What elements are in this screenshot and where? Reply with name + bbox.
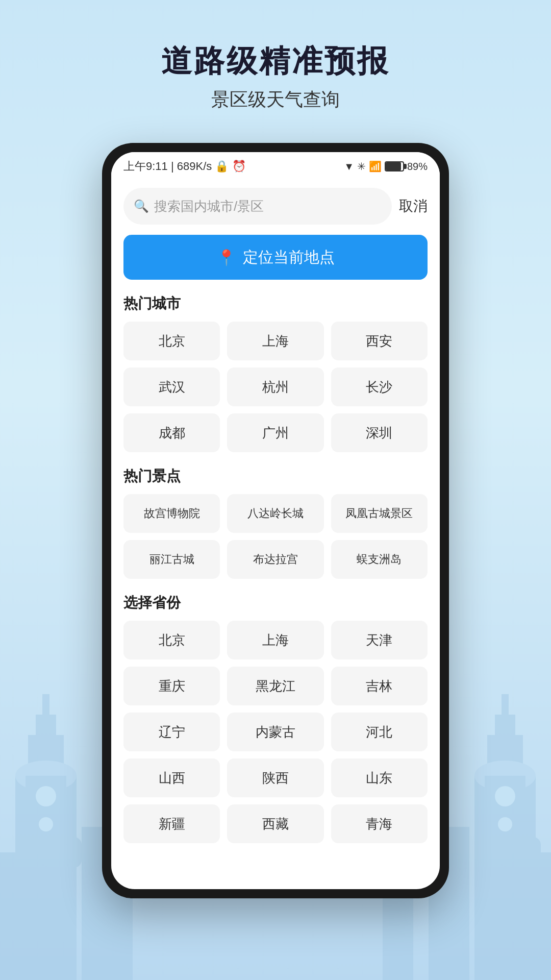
battery-icon (385, 161, 404, 172)
attr-item-gugong[interactable]: 故宫博物院 (123, 494, 220, 533)
prov-item-7[interactable]: 内蒙古 (227, 713, 323, 751)
phone-mockup: 上午9:11 | 689K/s 🔒 ⏰ ▼ ✳ 📶 89% 🔍 搜索国内城市/景… (102, 143, 449, 898)
prov-item-11[interactable]: 山东 (331, 758, 428, 797)
status-bar: 上午9:11 | 689K/s 🔒 ⏰ ▼ ✳ 📶 89% (111, 152, 440, 181)
city-item-xian[interactable]: 西安 (331, 322, 428, 360)
status-icons: ▼ ✳ 📶 89% (344, 160, 428, 173)
page-title: 道路级精准预报 (0, 41, 551, 82)
svg-rect-17 (495, 715, 515, 745)
provinces-grid: 北京 上海 天津 重庆 黑龙江 吉林 辽宁 内蒙古 河北 山西 陕西 山东 新疆… (123, 621, 428, 843)
city-item-hangzhou[interactable]: 杭州 (227, 368, 323, 406)
svg-rect-26 (510, 852, 551, 980)
svg-rect-16 (487, 735, 523, 776)
prov-item-1[interactable]: 上海 (227, 621, 323, 659)
prov-item-8[interactable]: 河北 (331, 713, 428, 751)
provinces-title: 选择省份 (123, 593, 428, 612)
city-item-guangzhou[interactable]: 广州 (227, 413, 323, 452)
prov-item-4[interactable]: 黑龙江 (227, 667, 323, 705)
prov-item-0[interactable]: 北京 (123, 621, 220, 659)
hot-cities-grid: 北京 上海 西安 武汉 杭州 长沙 成都 广州 深圳 (123, 322, 428, 452)
svg-point-22 (498, 817, 512, 831)
cancel-button[interactable]: 取消 (399, 197, 428, 216)
hot-attractions-title: 热门景点 (123, 467, 428, 486)
city-item-changsha[interactable]: 长沙 (331, 368, 428, 406)
svg-rect-11 (0, 852, 41, 980)
attr-item-fenghuang[interactable]: 凤凰古城景区 (331, 494, 428, 533)
svg-rect-2 (36, 715, 56, 745)
bluetooth-icon: ✳ (357, 160, 366, 173)
prov-item-10[interactable]: 陕西 (227, 758, 323, 797)
header-section: 道路级精准预报 景区级天气查询 (0, 0, 551, 133)
location-pin-icon: 📍 (217, 249, 236, 266)
svg-rect-9 (41, 837, 56, 868)
svg-rect-8 (15, 837, 31, 868)
attr-item-potala[interactable]: 布达拉宫 (227, 540, 323, 579)
search-box[interactable]: 🔍 搜索国内城市/景区 (123, 188, 392, 225)
city-item-shanghai[interactable]: 上海 (227, 322, 323, 360)
svg-rect-18 (502, 694, 509, 725)
svg-point-6 (36, 786, 56, 806)
hot-cities-title: 热门城市 (123, 294, 428, 313)
attr-item-wuzhizhou[interactable]: 蜈支洲岛 (331, 540, 428, 579)
city-item-wuhan[interactable]: 武汉 (123, 368, 220, 406)
svg-rect-1 (28, 735, 64, 776)
search-placeholder: 搜索国内城市/景区 (154, 198, 264, 215)
location-button-label: 定位当前地点 (243, 247, 335, 268)
prov-item-5[interactable]: 吉林 (331, 667, 428, 705)
svg-point-7 (39, 817, 53, 831)
city-item-shenzhen[interactable]: 深圳 (331, 413, 428, 452)
wifi-icon: ▼ (344, 161, 354, 173)
content-area[interactable]: 🔍 搜索国内城市/景区 取消 📍 定位当前地点 热门城市 北京 上海 西安 武汉 (111, 181, 440, 889)
city-item-beijing[interactable]: 北京 (123, 322, 220, 360)
prov-item-12[interactable]: 新疆 (123, 804, 220, 843)
svg-point-4 (15, 761, 77, 791)
page-subtitle: 景区级天气查询 (0, 87, 551, 112)
battery-percent: 89% (407, 161, 428, 173)
city-item-chengdu[interactable]: 成都 (123, 413, 220, 452)
svg-rect-24 (500, 837, 515, 868)
svg-rect-10 (66, 837, 82, 868)
svg-rect-29 (541, 903, 551, 980)
location-button[interactable]: 📍 定位当前地点 (123, 235, 428, 280)
svg-rect-3 (42, 694, 49, 725)
status-time: 上午9:11 | 689K/s 🔒 ⏰ (123, 159, 246, 174)
prov-item-14[interactable]: 青海 (331, 804, 428, 843)
hot-attractions-grid: 故宫博物院 八达岭长城 凤凰古城景区 丽江古城 布达拉宫 蜈支洲岛 (123, 494, 428, 579)
prov-item-6[interactable]: 辽宁 (123, 713, 220, 751)
prov-item-3[interactable]: 重庆 (123, 667, 220, 705)
svg-point-21 (495, 786, 515, 806)
svg-rect-15 (474, 776, 536, 980)
svg-rect-14 (5, 903, 31, 980)
prov-item-13[interactable]: 西藏 (227, 804, 323, 843)
attr-item-lijiang[interactable]: 丽江古城 (123, 540, 220, 579)
phone-screen: 上午9:11 | 689K/s 🔒 ⏰ ▼ ✳ 📶 89% 🔍 搜索国内城市/景… (111, 152, 440, 889)
svg-rect-23 (474, 837, 490, 868)
attr-item-badaling[interactable]: 八达岭长城 (227, 494, 323, 533)
prov-item-2[interactable]: 天津 (331, 621, 428, 659)
search-icon: 🔍 (134, 199, 149, 213)
svg-point-19 (474, 761, 536, 791)
svg-rect-20 (485, 776, 525, 878)
prov-item-9[interactable]: 山西 (123, 758, 220, 797)
search-row: 🔍 搜索国内城市/景区 取消 (123, 188, 428, 225)
svg-rect-0 (15, 776, 77, 980)
svg-rect-25 (525, 837, 541, 868)
signal-icon: 📶 (369, 160, 382, 173)
phone-frame: 上午9:11 | 689K/s 🔒 ⏰ ▼ ✳ 📶 89% 🔍 搜索国内城市/景… (102, 143, 449, 898)
svg-rect-5 (26, 776, 66, 878)
